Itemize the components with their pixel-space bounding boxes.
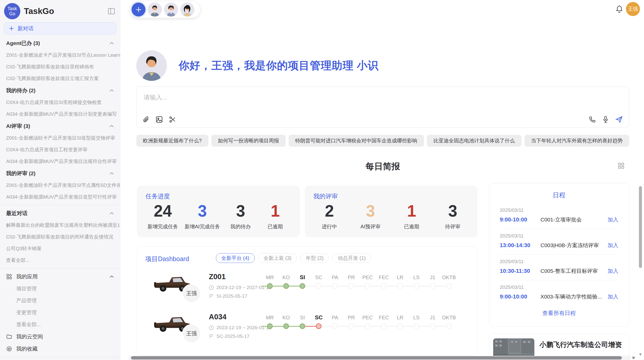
stat-item[interactable]: 1 已逾期 [261, 201, 289, 230]
view-all-schedule-link[interactable]: 查看所有日程 [500, 309, 618, 317]
chevron-up-icon[interactable] [109, 212, 114, 215]
milestone[interactable]: SI [294, 274, 311, 290]
milestone[interactable]: J1 [425, 274, 441, 290]
milestone[interactable]: KO [278, 314, 294, 330]
milestone[interactable]: SC [311, 274, 327, 290]
recent-conversation-item[interactable]: 公司Q3轻卡销量 [0, 243, 120, 254]
chevron-up-icon[interactable] [109, 42, 114, 45]
scroll-down-arrow-icon[interactable]: ▼ [638, 352, 642, 356]
stat-item[interactable]: 3 AI预评审 [357, 201, 385, 230]
milestone[interactable]: PA [327, 314, 343, 330]
notification-bell-icon[interactable] [616, 5, 623, 13]
scroll-right-arrow-icon[interactable]: ▶ [633, 355, 636, 360]
conversation-item[interactable]: Z001-全新燃油轻卡产品开发项目SI造型提交物评审 [0, 132, 120, 144]
milestone[interactable]: LS [408, 314, 425, 330]
agent-avatar[interactable] [164, 3, 178, 17]
sidebar-item-my-apps[interactable]: 我的应用 [0, 271, 120, 283]
stat-item[interactable]: 3 我的待办 [227, 201, 255, 230]
suggestion-chip[interactable]: 当下年轻人对汽车外观有怎样的喜好趋势 [524, 135, 629, 147]
milestone[interactable]: LR [392, 314, 408, 330]
join-meeting-link[interactable]: 加入 [608, 267, 618, 275]
stat-item[interactable]: 3 新增AI完成任务 [185, 201, 220, 230]
conversation-item[interactable]: Z001-全新燃油轻卡产品开发项目SI节点属性5D文件评审 [0, 179, 120, 191]
milestone[interactable]: J1 [425, 314, 441, 330]
section-header[interactable]: 我的待办 (2) [0, 84, 120, 97]
microphone-icon[interactable] [602, 116, 609, 123]
milestone[interactable]: PR [343, 274, 359, 290]
milestone[interactable]: PEC [359, 314, 376, 330]
chevron-up-icon[interactable] [109, 125, 114, 128]
conversation-item[interactable]: C0X4-动力总成开发项目工程变更评审 [0, 144, 120, 156]
agent-avatar[interactable] [148, 3, 162, 17]
milestone[interactable]: PR [343, 314, 359, 330]
chevron-up-icon[interactable] [109, 275, 114, 278]
conversation-item[interactable]: C0X4-动力总成开发项目SI里程碑提交物检查 [0, 97, 120, 108]
milestone[interactable]: OKTB [441, 314, 457, 330]
conversation-item[interactable]: C02-飞腾新能源轻客改款项目里程碑画布 [0, 61, 120, 73]
suggestion-chip[interactable]: 特朗普可能对进口汽车增税会对中国车企造成哪些影响 [289, 135, 424, 147]
vertical-scrollbar-thumb[interactable] [639, 186, 642, 268]
milestone[interactable]: LS [408, 274, 425, 290]
filter-pill[interactable]: 全新上装 (3) [258, 253, 297, 263]
milestone[interactable]: OKTB [441, 274, 457, 290]
horizontal-scrollbar-thumb[interactable] [131, 356, 622, 359]
agent-avatar[interactable] [180, 3, 194, 17]
milestone[interactable]: SC [311, 314, 327, 330]
project-row[interactable]: 王强 Z001 2023-12-19 ~ 2027-01-19 SI-2025-… [137, 270, 477, 310]
conversation-item[interactable]: A034-全新新能源MUV产品开发项目造型可行性评审 [0, 191, 120, 203]
sidebar-item-cloud-space[interactable]: 我的云空间 [0, 331, 120, 343]
milestone[interactable]: FEC [376, 274, 392, 290]
filter-pill[interactable]: 全新平台 (4) [216, 253, 255, 263]
milestone[interactable]: FEC [376, 314, 392, 330]
stat-item[interactable]: 3 待评审 [439, 201, 467, 230]
image-upload-icon[interactable] [155, 116, 163, 123]
phone-call-icon[interactable] [589, 116, 596, 123]
attachment-icon[interactable] [143, 116, 150, 123]
milestone[interactable]: LR [392, 274, 408, 290]
recent-conversation-item[interactable]: 解释最新出台的欧盟报废车法规再生塑料比例被调至15%... [0, 219, 120, 231]
milestone[interactable]: KO [278, 274, 294, 290]
recent-conversation-item[interactable]: C02-飞腾新能源轻客改款项目的闭环通告反馈情况 [0, 231, 120, 243]
new-chat-button[interactable]: 新对话 [4, 22, 116, 35]
stat-item[interactable]: 24 新增完成任务 [148, 201, 178, 230]
chevron-up-icon[interactable] [109, 172, 114, 175]
recent-view-all[interactable]: 查看全部... [0, 254, 120, 266]
stat-item[interactable]: 1 已逾期 [398, 201, 426, 230]
layout-grid-icon[interactable] [618, 162, 625, 169]
join-meeting-link[interactable]: 加入 [608, 293, 618, 300]
sidebar-item-favorites[interactable]: 我的收藏 [0, 343, 120, 355]
recent-header[interactable]: 最近对话 [0, 207, 120, 219]
join-meeting-link[interactable]: 加入 [608, 242, 618, 249]
scissors-icon[interactable] [169, 116, 176, 123]
conversation-item[interactable]: Z001-全新燃油皮卡产品开发项目SI节点Lesson Learn报告 [0, 49, 120, 61]
milestone[interactable]: SI [294, 314, 311, 330]
message-input[interactable] [137, 87, 629, 114]
user-avatar[interactable]: 王强 [626, 2, 640, 16]
project-row[interactable]: 王强 A034 2023-12-19 ~ 2026-01-19 SC-2025-… [137, 310, 477, 350]
suggestion-chip[interactable]: 如何写一份清晰的项目周报 [211, 135, 286, 147]
apps-view-all[interactable]: 查看全部... [0, 319, 120, 331]
join-meeting-link[interactable]: 加入 [608, 216, 618, 223]
milestone[interactable]: MR [262, 274, 278, 290]
app-link[interactable]: 变更管理 [0, 307, 120, 319]
chevron-up-icon[interactable] [109, 89, 114, 92]
filter-pill[interactable]: 年型 (2) [300, 253, 329, 263]
app-link[interactable]: 产品管理 [0, 295, 120, 307]
milestone[interactable]: PEC [359, 274, 376, 290]
suggestion-chip[interactable]: 欧洲新规最近颁布了什么? [136, 135, 208, 147]
suggestion-chip[interactable]: 比亚迪全固态电池计划具体说了什么 [427, 135, 521, 147]
app-link[interactable]: 项目管理 [0, 283, 120, 295]
section-header[interactable]: 我的评审 (2) [0, 167, 120, 179]
conversation-item[interactable]: C02-飞腾新能源轻客改款项目立项汇报方案 [0, 73, 120, 84]
milestone[interactable]: PA [327, 274, 343, 290]
stat-item[interactable]: 2 进行中 [315, 201, 343, 230]
add-agent-button[interactable] [131, 3, 145, 17]
send-icon[interactable] [615, 116, 623, 123]
filter-pill[interactable]: 动总开发 (1) [332, 253, 371, 263]
section-header[interactable]: Agent已办 (3) [0, 37, 120, 49]
conversation-item[interactable]: A034-全新新能源MUV产品开发项目计划变更表编写 [0, 108, 120, 120]
conversation-item[interactable]: A034-全新新能源MUV产品开发项目法规符合性评审 [0, 156, 120, 167]
sidebar-collapse-icon[interactable] [108, 8, 115, 14]
section-header[interactable]: AI评审 (3) [0, 120, 120, 132]
milestone[interactable]: MR [262, 314, 278, 330]
